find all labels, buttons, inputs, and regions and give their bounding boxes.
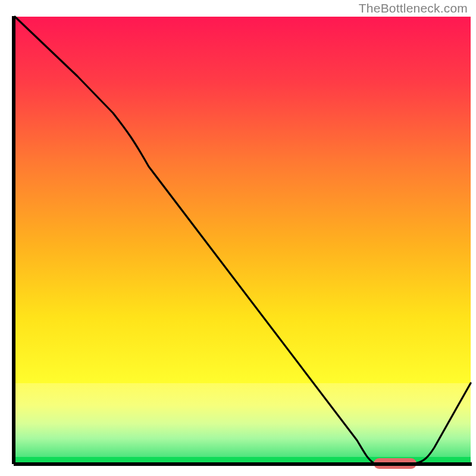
attribution-text: TheBottleneck.com: [359, 1, 468, 15]
gradient-lower-band: [15, 383, 471, 457]
bottleneck-chart: [0, 0, 476, 476]
gradient-upper: [15, 17, 471, 383]
chart-container: TheBottleneck.com: [0, 0, 476, 476]
